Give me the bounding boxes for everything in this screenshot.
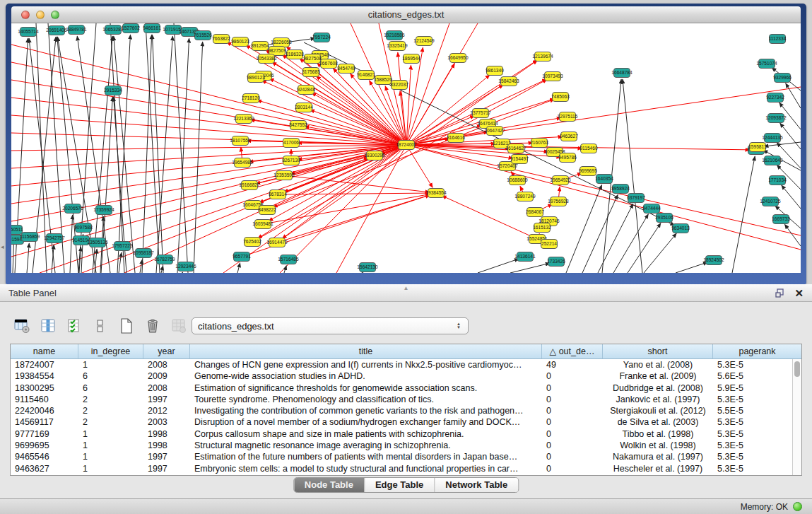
table-cell[interactable]: 19384554 [11, 370, 78, 382]
splitter-handle-icon[interactable]: ▲ [404, 285, 409, 291]
table-cell[interactable]: Yano et al. (2008) [603, 359, 713, 370]
table-cell[interactable]: 0 [542, 394, 603, 405]
graph-edge[interactable] [156, 36, 172, 273]
graph-edge[interactable] [110, 23, 124, 273]
graph-edge[interactable] [257, 100, 406, 145]
collapse-west-panel-icon[interactable]: ◂ [1, 243, 4, 250]
graph-edge[interactable] [182, 272, 183, 273]
table-cell[interactable]: 2009 [143, 370, 190, 382]
table-cell[interactable]: Corpus callosum shape and size in male p… [190, 428, 542, 440]
table-cell[interactable]: 18724007 [11, 359, 78, 370]
close-panel-icon[interactable]: ✕ [794, 288, 804, 298]
graph-edge[interactable] [732, 156, 755, 273]
graph-edge[interactable] [442, 196, 537, 239]
table-row[interactable]: 1872400712008Changes of HCN gene express… [11, 359, 801, 370]
graph-edge[interactable] [623, 79, 642, 273]
table-row[interactable]: 911546021997Tourette syndrome. Phenomeno… [11, 394, 801, 405]
graph-edge[interactable] [11, 145, 406, 257]
column-header[interactable]: year [143, 344, 190, 358]
graph-edge[interactable] [406, 116, 475, 145]
table-cell[interactable]: 9777169 [11, 428, 78, 440]
column-header[interactable]: name [11, 344, 78, 358]
table-cell[interactable]: 2 [78, 416, 143, 428]
graph-edge[interactable] [177, 38, 189, 273]
network-canvas[interactable]: 1872400714055714206914061884978110653287… [11, 23, 801, 273]
table-cell[interactable]: Investigating the contribution of common… [190, 405, 542, 416]
table-cell[interactable]: 1997 [143, 451, 190, 462]
graph-edge[interactable] [782, 185, 801, 209]
graph-edge[interactable] [613, 214, 648, 273]
graph-edge[interactable] [11, 133, 406, 145]
import-columns-button[interactable] [65, 317, 83, 335]
graph-edge[interactable] [277, 195, 430, 243]
table-cell[interactable]: de Silva et al. (2003) [603, 416, 713, 428]
table-cell[interactable]: Stergiakouli et al. (2012) [603, 405, 713, 416]
graph-edge[interactable] [11, 145, 406, 204]
tab-network-table[interactable]: Network Table [434, 478, 518, 492]
table-cell[interactable]: 5.3E-5 [713, 359, 801, 370]
graph-edge[interactable] [11, 145, 406, 239]
table-row[interactable]: 1830029562008Estimation of significance … [11, 382, 801, 394]
table-cell[interactable]: 6 [78, 370, 143, 382]
table-cell[interactable]: Disruption of a novel member of a sodium… [190, 416, 542, 428]
table-cell[interactable]: 0 [542, 416, 603, 428]
graph-edge[interactable] [70, 215, 73, 273]
table-cell[interactable]: 1 [78, 463, 143, 474]
graph-edge[interactable] [780, 123, 801, 149]
table-cell[interactable]: 0 [542, 463, 603, 474]
table-cell[interactable]: 5.9E-5 [713, 382, 801, 394]
table-cell[interactable]: Embryonic stem cells: a model to study s… [190, 463, 542, 474]
table-cell[interactable]: 2 [78, 394, 143, 405]
table-row[interactable]: 1938455462009Genome-wide association stu… [11, 370, 801, 382]
column-chooser-button[interactable] [39, 317, 57, 335]
table-cell[interactable]: Genome-wide association studies in ADHD. [190, 370, 542, 382]
graph-edge[interactable] [582, 194, 618, 273]
table-cell[interactable]: 2008 [143, 382, 190, 394]
table-cell[interactable]: Hescheler et al. (1997) [603, 463, 713, 474]
table-row[interactable]: 946362711997Embryonic stem cells: a mode… [11, 463, 801, 474]
float-panel-icon[interactable] [775, 288, 784, 298]
table-cell[interactable]: 1998 [143, 428, 190, 440]
table-cell[interactable]: 2003 [143, 416, 190, 428]
table-cell[interactable]: 1998 [143, 440, 190, 451]
table-cell[interactable]: 9699695 [11, 440, 78, 451]
table-cell[interactable]: 0 [542, 440, 603, 451]
tab-edge-table[interactable]: Edge Table [364, 478, 434, 492]
graph-edge[interactable] [676, 262, 707, 273]
graph-edge[interactable] [237, 263, 240, 273]
table-row[interactable]: 977716911998Corpus callosum shape and si… [11, 428, 801, 440]
table-row[interactable]: 969969511998Structural magnetic resonanc… [11, 440, 801, 451]
graph-edge[interactable] [598, 204, 633, 273]
column-header[interactable]: pagerank [713, 344, 801, 358]
graph-edge[interactable] [566, 185, 602, 273]
column-header[interactable]: in_degree [78, 344, 143, 358]
table-cell[interactable]: 14569117 [11, 416, 78, 428]
table-cell[interactable]: 1997 [143, 463, 190, 474]
table-cell[interactable]: 5.3E-5 [713, 416, 801, 428]
table-cell[interactable]: Estimation of the future numbers of pati… [190, 451, 542, 462]
table-cell[interactable]: 5.3E-5 [713, 394, 801, 405]
graph-edge[interactable] [11, 62, 406, 145]
graph-edge[interactable] [398, 52, 406, 145]
graph-edge[interactable] [644, 233, 676, 273]
table-cell[interactable]: 5.3E-5 [713, 428, 801, 440]
row-height-button[interactable] [91, 317, 110, 335]
table-cell[interactable]: 5.3E-5 [713, 463, 801, 474]
graph-edge[interactable] [628, 223, 661, 273]
table-cell[interactable]: 0 [542, 370, 603, 382]
column-header[interactable]: short [603, 344, 713, 358]
table-cell[interactable]: Estimation of significance thresholds fo… [190, 382, 542, 394]
table-cell[interactable]: 49 [542, 359, 603, 370]
graph-edge[interactable] [478, 259, 519, 273]
table-cell[interactable]: 0 [542, 382, 603, 394]
table-cell[interactable]: Dudbridge et al. (2008) [603, 382, 713, 394]
column-header[interactable]: △ out_de… [542, 344, 603, 358]
network-window-titlebar[interactable]: citations_edges.txt [11, 6, 801, 23]
table-cell[interactable]: 2008 [143, 359, 190, 370]
table-cell[interactable]: 9115460 [11, 394, 78, 405]
column-header[interactable]: title [190, 344, 542, 358]
table-cell[interactable]: 0 [542, 451, 603, 462]
table-cell[interactable]: 2 [78, 405, 143, 416]
table-cell[interactable]: 1 [78, 440, 143, 451]
table-cell[interactable]: Wolkin et al. (1998) [603, 440, 713, 451]
